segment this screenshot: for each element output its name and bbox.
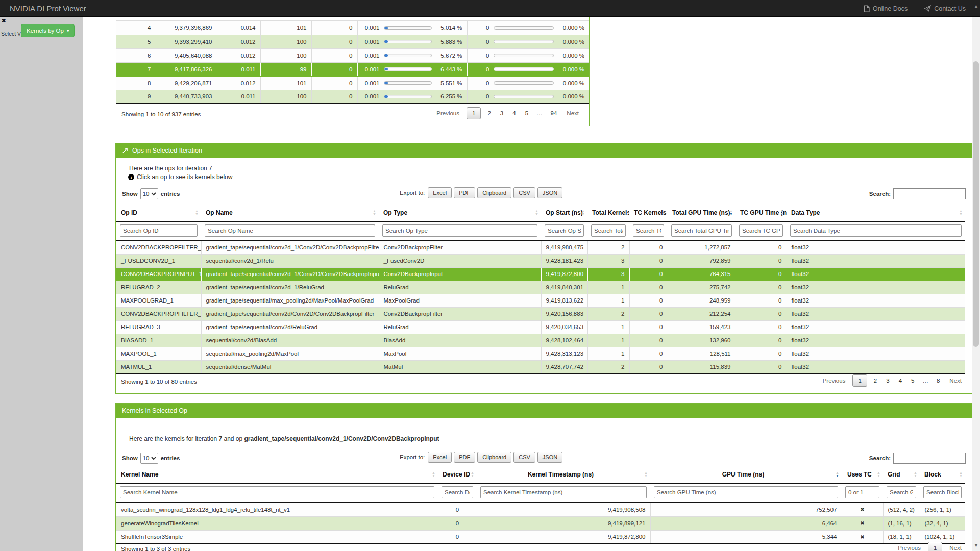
filter-input[interactable] xyxy=(923,486,962,498)
table-row[interactable]: MAXPOOLGRAD_1gradient_tape/sequential/ma… xyxy=(116,294,965,307)
sort-icon[interactable]: ▲▼ xyxy=(780,210,784,216)
table-row[interactable]: BIASADD_1sequential/conv2d/BiasAddBiasAd… xyxy=(116,334,965,347)
export-clipboard-button[interactable]: Clipboard xyxy=(477,187,511,198)
pagination-page[interactable]: 2 xyxy=(483,107,495,119)
pagination-current-page[interactable]: 1 xyxy=(467,107,481,119)
column-header[interactable]: Grid▲▼ xyxy=(883,466,920,483)
pagination-previous[interactable]: Previous xyxy=(818,374,851,387)
export-csv-button[interactable]: CSV xyxy=(513,452,535,463)
pagination-previous[interactable]: Previous xyxy=(893,542,926,551)
filter-input[interactable] xyxy=(887,486,916,498)
pagination-page[interactable]: 5 xyxy=(521,107,533,119)
column-header[interactable]: Block▲▼ xyxy=(920,466,965,483)
column-header[interactable]: GPU Time (ns)▲▼ xyxy=(650,466,842,483)
sort-icon[interactable]: ▲▼ xyxy=(877,471,880,478)
sort-icon[interactable]: ▲▼ xyxy=(914,471,917,478)
pagination-page[interactable]: 4 xyxy=(894,374,906,387)
scroll-up-icon[interactable]: ▲ xyxy=(974,4,978,9)
pagination-page[interactable]: 5 xyxy=(906,374,919,387)
column-header[interactable]: TC Kernels▲▼ xyxy=(629,205,668,221)
page-size-select[interactable]: 10 xyxy=(140,188,158,199)
table-row[interactable]: CONV2DBACKPROPFILTER_1gradient_tape/sequ… xyxy=(116,241,965,254)
table-row[interactable]: CONV2DBACKPROPINPUT_1gradient_tape/seque… xyxy=(116,267,965,281)
filter-input[interactable] xyxy=(120,224,198,237)
pagination-previous[interactable]: Previous xyxy=(431,107,464,119)
table-row[interactable]: MAXPOOL_1sequential/max_pooling2d/MaxPoo… xyxy=(116,347,965,360)
filter-input[interactable] xyxy=(545,224,584,237)
sort-icon[interactable]: ▲▼ xyxy=(373,210,376,216)
column-header[interactable]: Total Kernels▲▼ xyxy=(587,205,629,221)
search-input[interactable] xyxy=(893,188,966,199)
export-csv-button[interactable]: CSV xyxy=(513,187,535,198)
filter-input[interactable] xyxy=(591,224,626,237)
table-row[interactable]: 59,393,299,4100.01210000.0015.883 %00.00… xyxy=(116,35,589,48)
sort-icon[interactable]: ▲▼ xyxy=(432,471,435,478)
table-row[interactable]: 69,405,640,0880.01210000.0015.672 %00.00… xyxy=(116,48,589,62)
scrollbar-thumb[interactable] xyxy=(973,61,979,347)
filter-input[interactable] xyxy=(671,224,732,237)
pagination-page[interactable]: 2 xyxy=(869,374,881,387)
filter-input[interactable] xyxy=(382,224,537,237)
contact-us-link[interactable]: Contact Us xyxy=(924,5,966,12)
export-excel-button[interactable]: Excel xyxy=(428,187,452,198)
table-row[interactable]: 89,429,206,8710.01210100.0015.551 %00.00… xyxy=(116,76,589,90)
filter-input[interactable] xyxy=(790,224,962,237)
pagination-next[interactable]: Next xyxy=(944,542,967,551)
sort-icon[interactable]: ▲▼ xyxy=(535,210,538,216)
export-pdf-button[interactable]: PDF xyxy=(454,187,475,198)
view-select-button[interactable]: Kernels by Op ▾ xyxy=(21,24,75,37)
sort-icon[interactable]: ▲▼ xyxy=(581,210,585,216)
search-input[interactable] xyxy=(893,453,966,464)
page-size-select[interactable]: 10 xyxy=(140,453,158,464)
pagination-page[interactable]: 3 xyxy=(881,374,894,387)
column-header[interactable]: Uses TC▲▼ xyxy=(842,466,883,483)
filter-input[interactable] xyxy=(654,486,838,498)
export-clipboard-button[interactable]: Clipboard xyxy=(477,452,511,463)
column-header[interactable]: Op Type▲▼ xyxy=(379,205,541,221)
scroll-down-icon[interactable]: ▼ xyxy=(974,543,978,548)
column-header[interactable]: Op Start (ns)▲▼ xyxy=(541,205,587,221)
pagination-current-page[interactable]: 1 xyxy=(852,374,867,387)
pagination-next[interactable]: Next xyxy=(944,374,967,387)
export-json-button[interactable]: JSON xyxy=(537,187,562,198)
online-docs-link[interactable]: Online Docs xyxy=(864,5,908,12)
sort-icon[interactable]: ▲▼ xyxy=(623,210,627,216)
pagination-page[interactable]: 8 xyxy=(932,374,944,387)
table-row[interactable]: 99,440,733,9030.01110000.0016.255 %00.00… xyxy=(116,90,589,104)
export-excel-button[interactable]: Excel xyxy=(428,452,452,463)
table-row[interactable]: RELUGRAD_3gradient_tape/sequential/conv2… xyxy=(116,320,965,334)
column-header[interactable]: Total GPU Time (ns)▲▼ xyxy=(668,205,736,221)
table-row[interactable]: RELUGRAD_2gradient_tape/sequential/conv2… xyxy=(116,281,965,294)
column-header[interactable]: Op ID▲▼ xyxy=(116,205,201,221)
sort-icon[interactable]: ▲▼ xyxy=(644,471,648,478)
column-header[interactable]: TC GPU Time (ns)▲▼ xyxy=(736,205,787,221)
table-row[interactable]: 49,379,396,8690.01410100.0015.014 %00.00… xyxy=(116,21,589,35)
pagination-page[interactable]: 4 xyxy=(508,107,520,119)
filter-input[interactable] xyxy=(480,486,647,498)
column-header[interactable]: Data Type▲▼ xyxy=(787,205,965,221)
filter-input[interactable] xyxy=(442,486,473,498)
column-header[interactable]: Kernel Timestamp (ns)▲▼ xyxy=(477,466,650,483)
export-json-button[interactable]: JSON xyxy=(537,452,562,463)
column-header[interactable]: Op Name▲▼ xyxy=(201,205,379,221)
pagination-page[interactable]: 3 xyxy=(496,107,508,119)
filter-input[interactable] xyxy=(845,486,879,498)
filter-input[interactable] xyxy=(120,486,434,498)
pagination-next[interactable]: Next xyxy=(561,107,584,119)
close-icon[interactable]: ✖ xyxy=(2,18,6,23)
export-pdf-button[interactable]: PDF xyxy=(454,452,475,463)
column-header[interactable]: Kernel Name▲▼ xyxy=(116,466,438,483)
table-row[interactable]: _FUSEDCONV2D_1sequential/conv2d_1/Relu_F… xyxy=(116,254,965,267)
table-row[interactable]: CONV2DBACKPROPFILTER_2gradient_tape/sequ… xyxy=(116,307,965,320)
sort-icon[interactable]: ▲▼ xyxy=(662,210,665,216)
table-row[interactable]: 79,417,866,3260.0119900.0016.443 %00.000… xyxy=(116,62,589,76)
sort-icon[interactable]: ▲▼ xyxy=(471,471,474,478)
pagination-current-page[interactable]: 1 xyxy=(928,542,942,551)
sort-icon[interactable]: ▲▼ xyxy=(836,471,839,478)
sort-icon[interactable]: ▲▼ xyxy=(729,210,733,216)
sort-icon[interactable]: ▲▼ xyxy=(195,210,199,216)
sort-icon[interactable]: ▲▼ xyxy=(959,471,963,478)
filter-input[interactable] xyxy=(739,224,783,237)
sort-icon[interactable]: ▲▼ xyxy=(959,210,963,216)
filter-input[interactable] xyxy=(633,224,664,237)
